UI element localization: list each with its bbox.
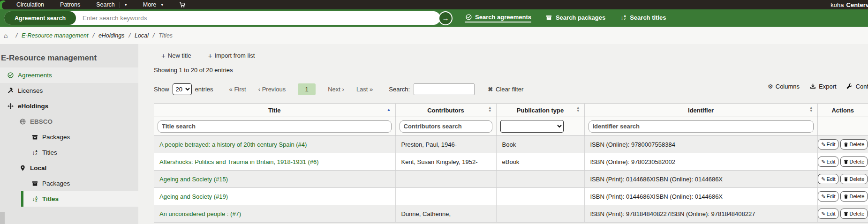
- brand-prefix: koha: [830, 1, 844, 8]
- check-circle-icon: [7, 72, 14, 78]
- delete-button[interactable]: Delete: [840, 209, 868, 219]
- title-filter-input[interactable]: [158, 120, 392, 133]
- sidebar-item-local-titles[interactable]: ↓AZ Titles: [21, 191, 138, 207]
- title-link[interactable]: A people betrayed: a history of 20th cen…: [159, 141, 307, 148]
- page-size-select[interactable]: 20: [173, 83, 192, 95]
- title-link[interactable]: Ageing and Society (#15): [159, 176, 228, 183]
- identifier-cell: ISBN (Print): 9781848408227ISBN (Online)…: [584, 205, 817, 223]
- nav-circulation[interactable]: Circulation: [16, 1, 44, 8]
- pagination-previous-button[interactable]: ‹ Previous: [258, 86, 286, 93]
- configure-button[interactable]: Configure: [846, 83, 868, 90]
- pagination-next-button[interactable]: Next ›: [328, 86, 344, 93]
- nav-more[interactable]: More: [143, 1, 156, 8]
- edit-button[interactable]: ✎Edit: [818, 174, 838, 184]
- edit-button[interactable]: ✎Edit: [818, 209, 838, 219]
- agreement-search-scope-button[interactable]: Agreement search: [4, 11, 76, 25]
- breadcrumb-eresource-management[interactable]: E-Resource management: [22, 32, 88, 39]
- main-content: + New title + Import from list Showing 1…: [138, 44, 868, 224]
- trash-icon: [844, 177, 848, 182]
- sidebar-heading: E-Resource management: [0, 51, 138, 67]
- close-icon: ✖: [488, 86, 493, 93]
- sidebar-item-ebsco-packages[interactable]: Packages: [0, 129, 138, 145]
- edit-button[interactable]: ✎Edit: [818, 139, 838, 149]
- trash-icon: [844, 194, 848, 199]
- trash-icon: [844, 211, 848, 217]
- nav-patrons[interactable]: Patrons: [60, 1, 80, 8]
- sidebar-item-agreements[interactable]: Agreements: [0, 67, 138, 83]
- pagination-first-button[interactable]: « First: [229, 86, 246, 93]
- sidebar-item-licenses[interactable]: Licenses: [0, 83, 138, 98]
- delete-button[interactable]: Delete: [840, 139, 868, 149]
- table-row: Aftershocks: Politics and Trauma in Brit…: [154, 153, 868, 171]
- sort-alpha-icon: ↓AZ: [31, 150, 38, 156]
- package-icon: [31, 134, 38, 140]
- trash-icon: [844, 142, 848, 147]
- show-label: Show: [154, 86, 169, 93]
- scrollbar[interactable]: [0, 212, 5, 224]
- publication-type-cell: [496, 188, 584, 205]
- sort-icon: ▲▼: [576, 106, 580, 112]
- title-link[interactable]: Ageing and Society (#19): [159, 193, 228, 200]
- sidebar-item-eholdings[interactable]: eHoldings: [0, 98, 138, 114]
- sidebar-item-local[interactable]: Local: [0, 160, 138, 176]
- delete-button[interactable]: Delete: [840, 174, 868, 184]
- import-from-list-button[interactable]: + Import from list: [208, 52, 255, 60]
- delete-button[interactable]: Delete: [840, 191, 868, 202]
- column-header-actions: Actions: [817, 104, 868, 117]
- table-search-input[interactable]: [414, 83, 475, 95]
- search-agreements-link[interactable]: Search agreements: [465, 14, 531, 22]
- search-input[interactable]: [76, 15, 440, 22]
- export-button[interactable]: Export: [809, 83, 837, 90]
- title-link[interactable]: Aftershocks: Politics and Trauma in Brit…: [159, 158, 319, 165]
- pencil-icon: ✎: [821, 159, 825, 165]
- table-row: Ageing and Society (#19) ISBN (Print): 0…: [154, 188, 868, 205]
- contributors-cell: [395, 188, 496, 205]
- gear-icon: ⚙: [768, 83, 773, 90]
- publication-type-cell: [496, 171, 584, 188]
- home-icon[interactable]: ⌂: [4, 32, 8, 39]
- koha-logo-icon[interactable]: [0, 0, 7, 9]
- column-header-contributors[interactable]: Contributors ▲▼: [395, 104, 496, 117]
- edit-button[interactable]: ✎Edit: [818, 157, 838, 167]
- search-submit-button[interactable]: →: [438, 11, 453, 25]
- package-icon: [31, 180, 38, 187]
- sidebar-item-local-packages[interactable]: Packages: [0, 176, 138, 191]
- publication-type-filter-select[interactable]: [500, 120, 564, 133]
- edit-button[interactable]: ✎Edit: [818, 191, 838, 202]
- sidebar-item-ebsco[interactable]: EBSCO: [0, 114, 138, 129]
- column-header-identifier[interactable]: Identifier ▲▼: [584, 104, 817, 117]
- pagination-page-1-button[interactable]: 1: [298, 83, 316, 95]
- check-circle-icon: [465, 14, 472, 20]
- sidebar-item-ebsco-titles[interactable]: ↓AZ Titles: [0, 145, 138, 160]
- column-header-publication-type[interactable]: Publication type ▲▼: [496, 104, 584, 117]
- identifier-filter-input[interactable]: [589, 120, 814, 133]
- contributors-filter-input[interactable]: [400, 120, 492, 133]
- arrow-right-icon: →: [442, 14, 449, 22]
- pagination-last-button[interactable]: Last »: [356, 86, 373, 93]
- identifier-cell: ISBN (Print): 0144686XISBN (Online): 014…: [584, 171, 817, 188]
- columns-button[interactable]: ⚙ Columns: [768, 83, 800, 90]
- contributors-cell: Dunne, Catherine,: [395, 205, 496, 223]
- chevron-down-icon[interactable]: ▾: [125, 2, 127, 7]
- new-title-button[interactable]: + New title: [161, 52, 191, 60]
- sidebar: E-Resource management Agreements License…: [0, 44, 138, 224]
- table-row: A people betrayed: a history of 20th cen…: [154, 136, 868, 153]
- plus-icon: +: [208, 52, 212, 60]
- breadcrumb-local[interactable]: Local: [135, 32, 149, 39]
- trash-icon: [844, 159, 848, 164]
- column-header-title[interactable]: Title ▲: [154, 104, 395, 117]
- wrench-icon: [846, 83, 853, 90]
- pencil-icon: ✎: [821, 194, 825, 200]
- breadcrumb-eholdings[interactable]: eHoldings: [98, 32, 125, 39]
- cart-icon[interactable]: [179, 1, 186, 8]
- nav-search[interactable]: Search: [96, 1, 115, 8]
- delete-button[interactable]: Delete: [840, 157, 868, 167]
- gavel-icon: [7, 88, 14, 94]
- sort-alpha-icon: ↓AZ: [619, 15, 627, 21]
- sort-icon: ▲▼: [488, 106, 491, 112]
- title-link[interactable]: An unconsidered people : (#7): [159, 210, 241, 217]
- search-titles-link[interactable]: ↓AZ Search titles: [619, 14, 666, 22]
- clear-filter-button[interactable]: ✖ Clear filter: [488, 86, 523, 93]
- contributors-cell: Kent, Susan Kingsley, 1952-: [395, 153, 496, 171]
- search-packages-link[interactable]: Search packages: [545, 14, 605, 22]
